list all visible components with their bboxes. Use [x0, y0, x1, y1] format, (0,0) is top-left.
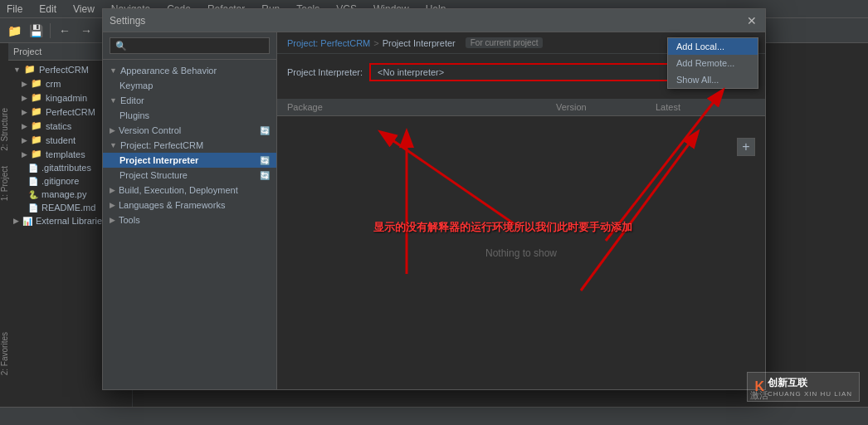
col-package: Package [287, 102, 556, 112]
settings-item-label: Keymap [119, 81, 153, 90]
settings-item-label: Version Control [119, 125, 181, 135]
settings-item-label: Editor [120, 95, 144, 105]
empty-message: Nothing to show [485, 247, 557, 259]
settings-item-appearance[interactable]: ▼ Appearance & Behavior [103, 63, 276, 78]
dialog-close-button[interactable]: ✕ [745, 14, 758, 27]
settings-item-plugins[interactable]: Plugins [103, 108, 276, 123]
settings-item-vcs[interactable]: ▶ Version Control 🔄 [103, 123, 276, 138]
col-latest: Latest [656, 102, 755, 112]
package-table: Package Version Latest Nothing to show [277, 99, 765, 389]
settings-item-structure[interactable]: Project Structure 🔄 [103, 168, 276, 183]
expand-arrow: ▶ [110, 126, 115, 134]
interpreter-label: Project Interpreter: [287, 67, 363, 77]
settings-item-label: Plugins [119, 110, 149, 120]
settings-item-label: Tools [119, 215, 140, 225]
dialog-body: ▼ Appearance & Behavior Keymap ▼ Editor … [103, 32, 765, 389]
watermark: K 创新互联 CHUANG XIN HU LIAN [747, 372, 860, 402]
breadcrumb-separator: > [373, 38, 378, 48]
settings-search-input[interactable] [110, 37, 270, 54]
settings-item-languages[interactable]: ▶ Languages & Frameworks [103, 198, 276, 212]
expand-arrow: ▶ [110, 201, 115, 209]
expand-arrow: ▶ [110, 216, 115, 224]
settings-item-editor[interactable]: ▼ Editor [103, 93, 276, 108]
settings-item-keymap[interactable]: Keymap [103, 78, 276, 93]
watermark-sub: CHUANG XIN HU LIAN [768, 390, 852, 398]
settings-search-area [103, 32, 276, 60]
breadcrumb-current: Project Interpreter [383, 38, 456, 48]
dialog-overlay: Settings ✕ ▼ Appearance & Behavior Keyma… [0, 0, 868, 425]
settings-item-build[interactable]: ▶ Build, Execution, Deployment [103, 183, 276, 198]
dialog-title: Settings [110, 15, 145, 27]
watermark-icon: K [754, 379, 764, 394]
settings-tree: ▼ Appearance & Behavior Keymap ▼ Editor … [103, 60, 276, 389]
settings-item-tools[interactable]: ▶ Tools [103, 212, 276, 227]
expand-arrow: ▼ [110, 96, 117, 105]
settings-nav: ▼ Appearance & Behavior Keymap ▼ Editor … [103, 32, 277, 389]
settings-item-label: Project Structure [119, 170, 188, 180]
dropdown-popup: Add Local... Add Remote... Show All... [667, 37, 758, 89]
expand-arrow: ▼ [110, 141, 117, 149]
col-version: Version [556, 102, 656, 112]
sync-icon: 🔄 [260, 156, 270, 165]
sync-icon: 🔄 [260, 171, 270, 180]
dialog-title-bar: Settings ✕ [103, 9, 765, 32]
add-interpreter-button[interactable]: + [737, 138, 755, 156]
dropdown-add-remote[interactable]: Add Remote... [668, 55, 758, 71]
settings-item-label: Appearance & Behavior [120, 66, 217, 76]
settings-content: Project: PerfectCRM > Project Interprete… [277, 32, 765, 389]
expand-arrow: ▶ [110, 186, 115, 194]
sync-icon: 🔄 [260, 126, 270, 135]
expand-arrow: ▼ [110, 66, 117, 75]
watermark-brand: 创新互联 [768, 376, 852, 390]
dropdown-show-all[interactable]: Show All... [668, 71, 758, 88]
dropdown-add-local[interactable]: Add Local... [668, 38, 758, 55]
table-body: Nothing to show [277, 116, 765, 389]
settings-item-label: Languages & Frameworks [119, 200, 225, 210]
settings-item-project[interactable]: ▼ Project: PerfectCRM [103, 138, 276, 153]
add-button-area: + [737, 138, 755, 156]
table-header: Package Version Latest [277, 99, 765, 116]
breadcrumb-tag: For current project [466, 37, 544, 48]
settings-item-label: Project: PerfectCRM [120, 140, 203, 150]
settings-item-label: Build, Execution, Deployment [119, 185, 238, 195]
settings-item-interpreter[interactable]: Project Interpreter 🔄 [103, 153, 276, 168]
breadcrumb-project[interactable]: Project: PerfectCRM [287, 38, 370, 48]
settings-dialog: Settings ✕ ▼ Appearance & Behavior Keyma… [102, 8, 766, 390]
settings-item-label: Project Interpreter [119, 155, 198, 165]
